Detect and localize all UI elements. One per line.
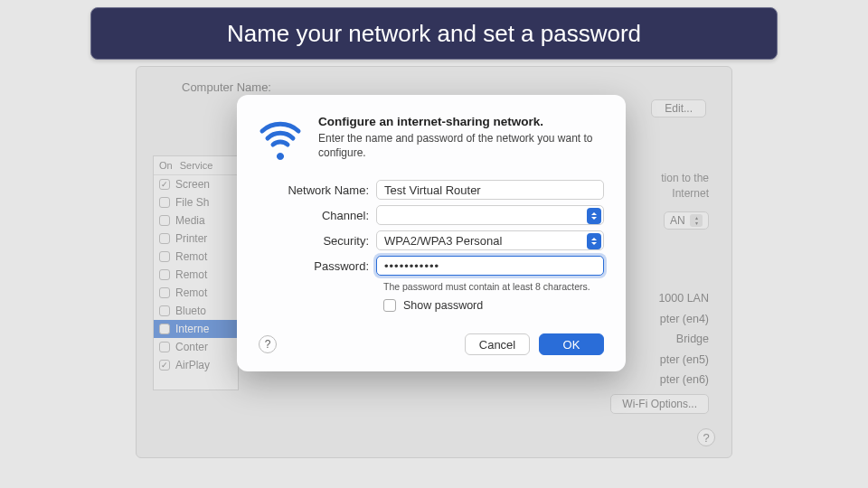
service-label: Remot: [175, 268, 207, 281]
service-label: Remot: [175, 286, 207, 299]
port-item: 1000 LAN: [658, 288, 709, 309]
network-name-label: Network Name:: [259, 183, 376, 197]
computer-name-input[interactable]: [280, 78, 470, 96]
ports-list: 1000 LANpter (en4)Bridgepter (en5)pter (…: [658, 288, 709, 390]
service-checkbox[interactable]: [159, 215, 170, 226]
header-on: On: [159, 160, 173, 171]
password-input[interactable]: •••••••••••: [376, 256, 604, 276]
service-label: Interne: [175, 323, 209, 335]
service-checkbox[interactable]: [159, 305, 170, 316]
service-checkbox[interactable]: [159, 179, 170, 190]
port-item: pter (en4): [658, 309, 709, 330]
header-service: Service: [180, 160, 213, 171]
service-checkbox[interactable]: [159, 251, 170, 262]
port-item: Bridge: [658, 329, 709, 350]
stepper-icon: [587, 233, 601, 249]
channel-select[interactable]: [376, 205, 604, 225]
show-password-label: Show password: [403, 299, 483, 312]
service-row[interactable]: Blueto: [154, 302, 238, 320]
security-select[interactable]: WPA2/WPA3 Personal: [376, 230, 604, 250]
computer-name-row: Computer Name:: [182, 78, 470, 96]
service-row[interactable]: Media: [154, 211, 238, 230]
computer-name-label: Computer Name:: [182, 80, 271, 94]
service-label: Media: [175, 214, 205, 227]
instruction-banner: Name your network and set a password: [90, 7, 778, 60]
service-label: Conter: [175, 341, 208, 353]
wifi-icon: [259, 117, 302, 160]
stepper-icon: ▴▾: [690, 214, 703, 227]
service-row[interactable]: Interne: [154, 320, 238, 338]
service-label: Remot: [175, 250, 207, 263]
service-checkbox[interactable]: [159, 233, 170, 244]
channel-label: Channel:: [259, 209, 376, 222]
services-header: On Service: [154, 156, 238, 175]
service-label: AirPlay: [175, 359, 210, 371]
show-password-checkbox[interactable]: [383, 299, 396, 312]
service-row[interactable]: Remot: [154, 248, 238, 266]
service-row[interactable]: Conter: [154, 338, 238, 356]
service-label: Blueto: [175, 305, 206, 317]
stepper-icon: [587, 208, 601, 224]
service-row[interactable]: Screen: [154, 175, 238, 193]
right-info: tion to the Internet: [661, 171, 709, 202]
password-label: Password:: [259, 259, 376, 273]
service-checkbox[interactable]: [159, 342, 170, 352]
services-list: On Service ScreenFile ShMediaPrinterRemo…: [153, 155, 239, 390]
help-button[interactable]: ?: [697, 428, 715, 446]
network-name-input[interactable]: Test Virtual Router: [376, 180, 604, 200]
service-checkbox[interactable]: [159, 269, 170, 280]
dialog-help-button[interactable]: ?: [259, 335, 277, 353]
service-row[interactable]: Remot: [154, 284, 238, 302]
service-label: Screen: [175, 178, 210, 191]
service-checkbox[interactable]: [159, 197, 170, 208]
service-row[interactable]: Remot: [154, 266, 238, 284]
service-row[interactable]: Printer: [154, 230, 238, 248]
port-item: pter (en5): [658, 350, 709, 371]
port-item: pter (en6): [658, 370, 709, 390]
service-label: File Sh: [175, 196, 209, 209]
password-hint: The password must contain at least 8 cha…: [383, 281, 604, 292]
edit-button[interactable]: Edit...: [651, 99, 706, 117]
show-password-row[interactable]: Show password: [383, 299, 604, 312]
service-row[interactable]: File Sh: [154, 193, 238, 211]
internet-sharing-dialog: Configure an internet-sharing network. E…: [237, 95, 626, 371]
service-checkbox[interactable]: [159, 287, 170, 298]
service-label: Printer: [175, 232, 207, 245]
service-row[interactable]: AirPlay: [154, 356, 238, 374]
cancel-button[interactable]: Cancel: [465, 333, 530, 355]
share-from-select[interactable]: AN ▴▾: [664, 211, 709, 230]
service-checkbox[interactable]: [159, 324, 170, 334]
dialog-title: Configure an internet-sharing network.: [318, 115, 604, 128]
dialog-subtitle: Enter the name and password of the netwo…: [318, 132, 604, 160]
ok-button[interactable]: OK: [539, 333, 604, 355]
security-label: Security:: [259, 234, 376, 248]
wifi-options-button[interactable]: Wi-Fi Options...: [610, 394, 709, 414]
service-checkbox[interactable]: [159, 360, 170, 371]
